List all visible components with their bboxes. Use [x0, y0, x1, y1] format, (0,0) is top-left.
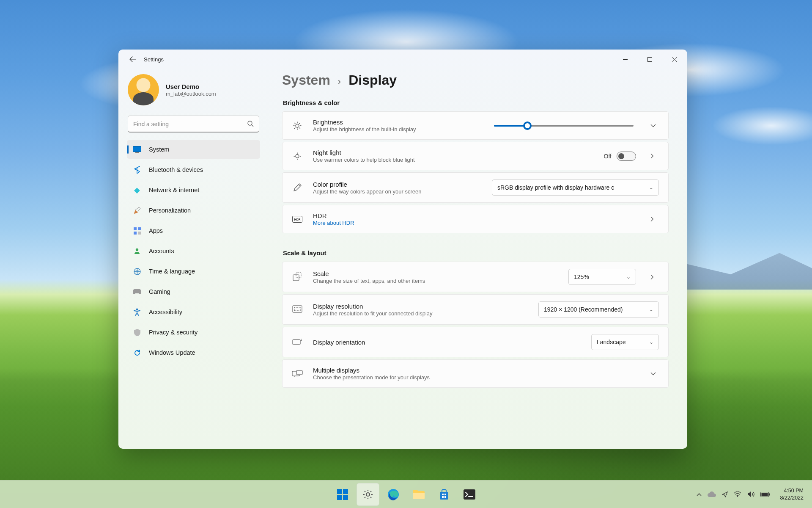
taskbar-app-terminal[interactable]: [458, 483, 481, 506]
sidebar-item-label: Personalization: [149, 207, 191, 214]
orientation-dropdown[interactable]: Landscape ⌄: [591, 334, 659, 350]
search-box[interactable]: [128, 116, 259, 133]
battery-icon[interactable]: [760, 492, 770, 497]
night-light-toggle[interactable]: [617, 152, 636, 161]
system-icon: [133, 145, 141, 154]
folder-icon: [412, 489, 425, 500]
svg-point-11: [296, 124, 299, 127]
system-tray[interactable]: [691, 491, 775, 497]
close-button[interactable]: [662, 51, 686, 68]
search-input[interactable]: [133, 121, 247, 127]
sidebar-item-label: Bluetooth & devices: [149, 166, 203, 173]
volume-icon[interactable]: [747, 491, 754, 497]
sidebar-item-system[interactable]: System: [127, 140, 260, 159]
minimize-button[interactable]: [613, 51, 637, 68]
sidebar-item-label: Apps: [149, 227, 163, 234]
svg-rect-32: [464, 489, 475, 500]
card-scale[interactable]: Scale Change the size of text, apps, and…: [282, 262, 669, 292]
navigate-button[interactable]: [650, 274, 659, 280]
taskbar-app-store[interactable]: [433, 483, 455, 506]
windows-icon: [337, 489, 348, 500]
back-button[interactable]: [124, 51, 141, 68]
start-button[interactable]: [331, 483, 354, 506]
sidebar-item-label: Accounts: [149, 248, 174, 254]
svg-point-1: [248, 121, 252, 125]
expand-button[interactable]: [650, 124, 659, 127]
taskbar-app-edge[interactable]: [382, 483, 405, 506]
taskbar-app-explorer[interactable]: [407, 483, 430, 506]
location-icon[interactable]: [722, 491, 728, 497]
chevron-right-icon: [650, 153, 654, 159]
privacy-icon: [133, 328, 141, 337]
sidebar-item-network[interactable]: ◆ Network & internet: [127, 181, 260, 199]
expand-button[interactable]: [650, 372, 659, 375]
hdr-more-link[interactable]: More about HDR: [313, 220, 636, 226]
sidebar-item-label: Gaming: [149, 288, 170, 295]
svg-rect-19: [293, 340, 300, 345]
brightness-slider[interactable]: [494, 125, 634, 127]
scale-dropdown[interactable]: 125% ⌄: [568, 269, 636, 285]
breadcrumb-parent[interactable]: System: [282, 72, 330, 88]
resolution-icon: [292, 304, 303, 315]
svg-rect-21: [296, 370, 302, 375]
card-title: Multiple displays: [313, 367, 636, 374]
night-light-icon: [292, 151, 303, 162]
sidebar-item-accounts[interactable]: Accounts: [127, 242, 260, 260]
navigate-button[interactable]: [650, 216, 659, 222]
minimize-icon: [623, 57, 628, 62]
sidebar-item-update[interactable]: Windows Update: [127, 343, 260, 362]
svg-rect-3: [135, 152, 139, 153]
close-icon: [672, 57, 677, 62]
svg-point-12: [296, 155, 299, 158]
card-multiple-displays[interactable]: Multiple displays Choose the presentatio…: [282, 359, 669, 388]
color-profile-dropdown[interactable]: sRGB display profile with display hardwa…: [492, 179, 659, 196]
wifi-icon[interactable]: [734, 491, 741, 497]
maximize-button[interactable]: [637, 51, 662, 68]
svg-rect-5: [138, 227, 141, 230]
profile-block[interactable]: User Demo m_lab@outlook.com: [127, 69, 260, 116]
sidebar-item-apps[interactable]: Apps: [127, 221, 260, 240]
search-icon: [247, 121, 254, 127]
update-icon: [133, 348, 141, 357]
chevron-down-icon: [650, 124, 656, 127]
sidebar-item-gaming[interactable]: Gaming: [127, 282, 260, 301]
svg-rect-36: [769, 493, 770, 495]
tray-overflow-icon[interactable]: [697, 493, 702, 496]
chevron-down-icon: ⌄: [649, 185, 653, 190]
card-brightness: Brightness Adjust the brightness of the …: [282, 111, 669, 140]
sidebar-item-personalization[interactable]: Personalization: [127, 201, 260, 220]
taskbar-clock[interactable]: 4:50 PM 8/22/2022: [776, 487, 808, 502]
svg-rect-23: [343, 489, 348, 494]
card-resolution: Display resolution Adjust the resolution…: [282, 294, 669, 325]
navigate-button[interactable]: [650, 153, 659, 159]
card-title: Display orientation: [313, 339, 581, 346]
svg-rect-7: [138, 232, 141, 235]
sidebar-item-bluetooth[interactable]: Bluetooth & devices: [127, 160, 260, 179]
window-title: Settings: [144, 56, 164, 63]
svg-rect-35: [762, 493, 768, 496]
card-hdr[interactable]: HDR HDR More about HDR: [282, 205, 669, 233]
maximize-icon: [647, 57, 652, 62]
network-icon: ◆: [133, 186, 141, 194]
store-icon: [438, 489, 450, 500]
sidebar-item-accessibility[interactable]: Accessibility: [127, 303, 260, 321]
clock-time: 4:50 PM: [780, 487, 804, 494]
svg-rect-17: [293, 306, 302, 312]
edge-icon: [387, 488, 400, 501]
svg-rect-24: [337, 495, 342, 500]
card-color-profile: Color profile Adjust the way colors appe…: [282, 172, 669, 203]
breadcrumb-current: Display: [348, 72, 397, 88]
time-language-icon: [133, 267, 141, 276]
card-night-light[interactable]: Night light Use warmer colors to help bl…: [282, 142, 669, 170]
sidebar-item-label: Windows Update: [149, 349, 195, 356]
sidebar-item-time-language[interactable]: Time & language: [127, 262, 260, 281]
chevron-down-icon: ⌄: [649, 306, 653, 312]
svg-rect-4: [134, 227, 137, 230]
settings-window: Settings User Demo m_lab@outlook.com: [118, 50, 687, 449]
sidebar-item-privacy[interactable]: Privacy & security: [127, 323, 260, 342]
onedrive-icon[interactable]: [708, 491, 716, 497]
dropdown-value: sRGB display profile with display hardwa…: [497, 184, 643, 191]
resolution-dropdown[interactable]: 812 × 508 (Recommended) ⌄: [538, 301, 659, 318]
taskbar-app-settings[interactable]: [357, 483, 379, 506]
sidebar: User Demo m_lab@outlook.com System: [118, 69, 269, 449]
